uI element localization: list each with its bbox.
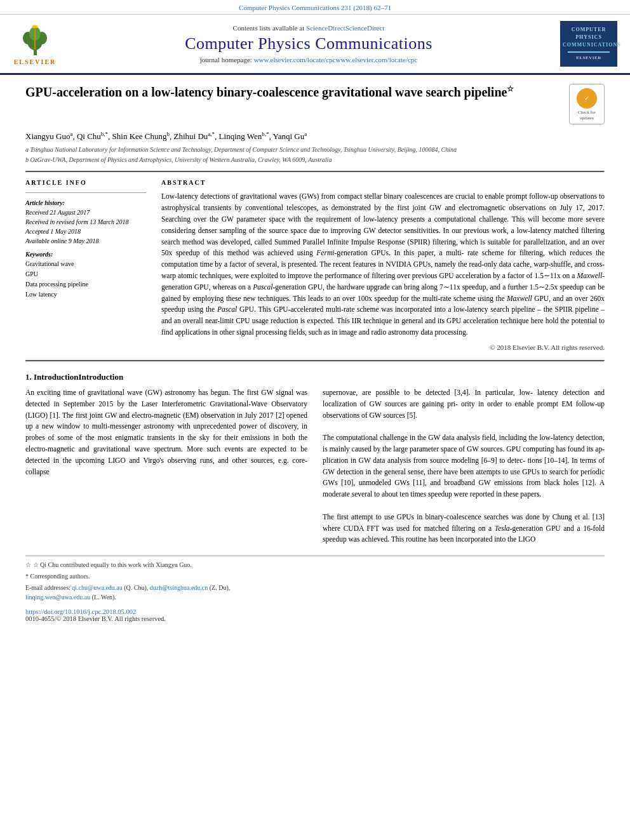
abstract-title: ABSTRACT xyxy=(161,179,605,186)
sup-a2: a,* xyxy=(208,131,215,137)
intro-section: 1. IntroductionIntroduction An exciting … xyxy=(25,372,605,545)
title-divider xyxy=(25,171,605,173)
keyword-3: Data processing pipeline xyxy=(25,279,146,290)
elsevier-wordmark: ELSEVIER xyxy=(14,58,57,65)
sup-a3: a xyxy=(304,131,307,137)
affil-a: a Tsinghua National Laboratory for Infor… xyxy=(25,145,605,154)
email-du[interactable]: duzh@tsinghua.edu.cn xyxy=(150,584,208,591)
email-label: E-mail addresses: xyxy=(25,584,72,591)
affil-b: b OzGrav-UWA, Department of Physics and … xyxy=(25,156,605,164)
footnote-star: ☆ ☆ Qi Chu contributed equally to this w… xyxy=(25,560,605,570)
keywords-section: Keywords: Gravitational wave GPU Data pr… xyxy=(25,251,146,300)
svg-rect-6 xyxy=(34,27,36,50)
journal-header: ELSEVIER Contents lists available at Sci… xyxy=(0,15,630,75)
article-info-abstract: ARTICLE INFO Article history: Received 2… xyxy=(25,179,605,351)
info-divider xyxy=(25,192,146,193)
doi-line[interactable]: https://doi.org/10.1016/j.cpc.2018.05.00… xyxy=(25,608,605,615)
journal-homepage: journal homepage: www.elsevier.com/locat… xyxy=(67,56,550,63)
elsevier-logo: ELSEVIER xyxy=(13,22,57,65)
logo-divider xyxy=(568,51,610,53)
abstract-text: Low-latency detections of gravitational … xyxy=(161,191,605,338)
journal-ref: Computer Physics Communications 231 (201… xyxy=(239,4,391,11)
affiliations: a Tsinghua National Laboratory for Infor… xyxy=(25,145,605,164)
history-title: Article history: xyxy=(25,199,146,206)
accepted-date: Accepted 1 May 2018 xyxy=(25,227,146,236)
contents-line: Contents lists available at ScienceDirec… xyxy=(67,24,550,32)
intro-two-col: An exciting time of gravitational wave (… xyxy=(25,387,605,545)
copyright-line: © 2018 Elsevier B.V. All rights reserved… xyxy=(161,343,605,351)
paper-title: GPU-acceleration on a low-latency binary… xyxy=(25,84,560,101)
abstract-col: ABSTRACT Low-latency detections of gravi… xyxy=(161,179,605,351)
article-info-title: ARTICLE INFO xyxy=(25,179,146,186)
journal-header-left: ELSEVIER xyxy=(13,22,57,65)
sup-b2: b xyxy=(167,131,170,137)
paper-body: GPU-acceleration on a low-latency binary… xyxy=(0,75,630,635)
footnote-asterisk: * Corresponding authors. xyxy=(25,571,605,581)
logo-bottom: ELSEVIER xyxy=(563,55,615,62)
journal-logo-box: COMPUTER PHYSICS COMMUNICATIONS ELSEVIER xyxy=(560,21,617,67)
abstract-divider xyxy=(25,360,605,362)
keyword-2: GPU xyxy=(25,269,146,279)
check-updates-box: ✓ Check forupdates xyxy=(569,84,605,124)
homepage-url[interactable]: www.elsevier.com/locate/cpc xyxy=(254,56,336,63)
online-date: Available online 9 May 2018 xyxy=(25,236,146,246)
intro-col2: supernovae, are possible to be detected … xyxy=(323,387,605,545)
revised-date: Received in revised form 13 March 2018 xyxy=(25,217,146,227)
check-circle-icon: ✓ xyxy=(577,88,597,109)
email-wen[interactable]: linqing.wen@uwa.edu.au xyxy=(25,594,90,601)
footnote-area: ☆ ☆ Qi Chu contributed equally to this w… xyxy=(25,556,605,602)
intro-section-title: 1. IntroductionIntroduction xyxy=(25,372,605,382)
article-history: Article history: Received 21 August 2017… xyxy=(25,199,146,246)
logo-text: COMPUTER PHYSICS COMMUNICATIONS xyxy=(563,26,615,49)
sup-a1: a xyxy=(70,131,72,137)
paper-title-row: GPU-acceleration on a low-latency binary… xyxy=(25,84,605,124)
title-star: ☆ xyxy=(507,84,514,93)
sup-b1: b,* xyxy=(101,131,108,137)
issn-line: 0010-4655/© 2018 Elsevier B.V. All right… xyxy=(25,615,605,622)
science-direct-link[interactable]: ScienceDirect xyxy=(306,24,345,32)
keywords-title: Keywords: xyxy=(25,251,146,258)
article-info-col: ARTICLE INFO Article history: Received 2… xyxy=(25,179,146,351)
received-date: Received 21 August 2017 xyxy=(25,208,146,217)
intro-col1: An exciting time of gravitational wave (… xyxy=(25,387,307,545)
footnote-star-symbol: ☆ xyxy=(25,561,33,568)
elsevier-tree-icon xyxy=(18,22,53,57)
authors-line: Xiangyu Guoa, Qi Chub,*, Shin Kee Chungb… xyxy=(25,131,605,142)
keyword-1: Gravitational wave xyxy=(25,259,146,269)
email-qi[interactable]: qi.chu@uwa.edu.au xyxy=(72,584,122,591)
journal-title: Computer Physics Communications xyxy=(67,34,550,53)
sup-b3: b,* xyxy=(262,131,269,137)
footnote-emails: E-mail addresses: qi.chu@uwa.edu.au (Q. … xyxy=(25,583,605,602)
journal-header-center: Contents lists available at ScienceDirec… xyxy=(67,24,550,63)
check-label: Check forupdates xyxy=(572,110,601,121)
keyword-4: Low latency xyxy=(25,290,146,300)
science-direct-text: ScienceDirect xyxy=(345,24,385,32)
svg-point-7 xyxy=(32,25,38,28)
top-bar: Computer Physics Communications 231 (201… xyxy=(0,0,630,15)
check-for-updates: ✓ Check forupdates xyxy=(569,84,605,124)
